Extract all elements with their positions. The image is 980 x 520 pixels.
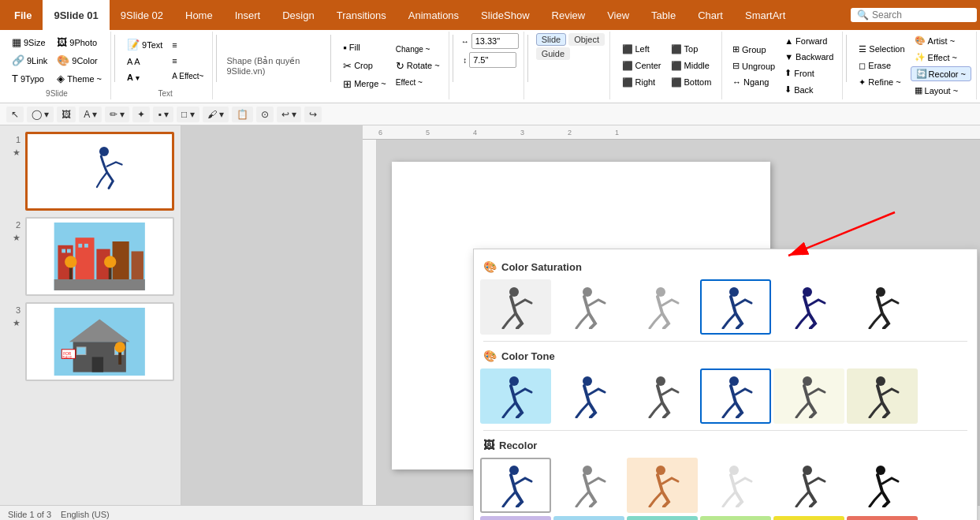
btn-recolor[interactable]: 🔄 Recolor ~ bbox=[911, 66, 971, 81]
btn-forward[interactable]: ▲ Forward bbox=[781, 34, 837, 48]
slide-thumb-1[interactable]: 1 ★ bbox=[6, 132, 174, 211]
tab-view[interactable]: View bbox=[596, 0, 640, 30]
tone-item-0[interactable] bbox=[480, 368, 551, 424]
qt-copy-format[interactable]: 📋 bbox=[232, 107, 253, 122]
recolor-item-11[interactable] bbox=[847, 516, 918, 520]
saturation-item-2[interactable] bbox=[627, 279, 698, 335]
qt-fill-color[interactable]: ▪ ▾ bbox=[153, 107, 173, 122]
qt-outline[interactable]: □ ▾ bbox=[177, 107, 199, 122]
recolor-item-6[interactable] bbox=[480, 516, 551, 520]
recolor-item-1[interactable] bbox=[553, 458, 624, 513]
tab-table[interactable]: Table bbox=[640, 0, 687, 30]
tab-9slide02[interactable]: 9Slide 02 bbox=[110, 0, 174, 30]
qt-select[interactable]: ↖ bbox=[6, 107, 24, 122]
btn-rotate[interactable]: ↻Rotate ~ bbox=[392, 58, 444, 74]
tab-9slide01[interactable]: 9Slide 01 bbox=[43, 0, 109, 30]
btn-text-effect[interactable]: A Effect~ bbox=[168, 69, 207, 83]
btn-center[interactable]: ⬛ Center bbox=[618, 58, 665, 73]
tab-animations[interactable]: Animations bbox=[397, 0, 470, 30]
btn-merge[interactable]: ⊞Merge ~ bbox=[339, 76, 390, 92]
btn-9photo[interactable]: 🖼9Photo bbox=[53, 34, 106, 51]
btn-erase[interactable]: ◻ Erase bbox=[855, 58, 908, 73]
slide-img-2[interactable] bbox=[25, 217, 174, 296]
btn-effect[interactable]: ✨ Effect ~ bbox=[911, 50, 971, 65]
btn-theme[interactable]: ◈Theme ~ bbox=[53, 70, 106, 87]
tab-smartart[interactable]: SmartArt bbox=[734, 0, 796, 30]
btn-9text[interactable]: 📝9Text bbox=[123, 36, 166, 53]
recolor-item-3[interactable] bbox=[700, 458, 771, 513]
slide-img-1[interactable] bbox=[25, 132, 174, 211]
qt-brush[interactable]: 🖌 ▾ bbox=[203, 107, 229, 122]
btn-bold[interactable]: A ▾ bbox=[123, 70, 166, 84]
saturation-item-1[interactable] bbox=[553, 279, 624, 335]
recolor-item-9[interactable] bbox=[700, 516, 771, 520]
search-box[interactable]: 🔍 bbox=[851, 8, 977, 22]
qt-magic[interactable]: ✦ bbox=[132, 107, 150, 122]
recolor-item-8[interactable] bbox=[627, 516, 698, 520]
btn-align1[interactable]: ≡ bbox=[168, 38, 207, 52]
qt-image[interactable]: 🖼 bbox=[57, 107, 76, 122]
btn-change[interactable]: Change ~ bbox=[392, 43, 444, 56]
btn-ngang[interactable]: ↔ Ngang bbox=[728, 75, 779, 89]
btn-9typo[interactable]: T9Typo bbox=[8, 70, 51, 87]
saturation-item-4[interactable] bbox=[773, 279, 844, 335]
btn-slide[interactable]: Slide bbox=[536, 33, 566, 46]
btn-font-size[interactable]: A A bbox=[123, 54, 166, 69]
tone-item-1[interactable] bbox=[553, 368, 624, 424]
btn-effect-ribbon[interactable]: Effect ~ bbox=[392, 76, 444, 89]
recolor-item-7[interactable] bbox=[553, 516, 624, 520]
qt-shapes[interactable]: ◯ ▾ bbox=[27, 107, 54, 122]
tone-item-4[interactable] bbox=[773, 368, 844, 424]
width-input[interactable] bbox=[471, 33, 519, 49]
btn-artist[interactable]: 🎨 Artist ~ bbox=[911, 33, 971, 48]
btn-left[interactable]: ⬛ Left bbox=[618, 42, 665, 57]
tab-file[interactable]: File bbox=[3, 0, 43, 30]
btn-layout[interactable]: ▦ Layout ~ bbox=[911, 83, 971, 98]
recolor-item-2[interactable] bbox=[627, 458, 698, 513]
tone-item-3[interactable] bbox=[700, 368, 771, 424]
height-input[interactable] bbox=[469, 52, 516, 68]
saturation-item-0[interactable] bbox=[480, 279, 551, 335]
btn-fill[interactable]: ▪ Fill bbox=[339, 39, 390, 56]
recolor-item-4[interactable] bbox=[773, 458, 844, 513]
qt-undo[interactable]: ↩ ▾ bbox=[277, 107, 301, 122]
tab-design[interactable]: Design bbox=[271, 0, 325, 30]
btn-top[interactable]: ⬛ Top bbox=[667, 42, 716, 57]
slide-thumb-2[interactable]: 2 ★ bbox=[6, 217, 174, 296]
saturation-item-5[interactable] bbox=[847, 279, 918, 335]
tone-item-5[interactable] bbox=[847, 368, 918, 424]
btn-crop[interactable]: ✂Crop bbox=[339, 58, 390, 74]
btn-9color[interactable]: 🎨9Color bbox=[53, 52, 106, 69]
recolor-item-0[interactable] bbox=[480, 458, 551, 513]
btn-middle[interactable]: ⬛ Middle bbox=[667, 58, 716, 73]
tab-chart[interactable]: Chart bbox=[687, 0, 734, 30]
qt-circle-shape[interactable]: ⊙ bbox=[256, 107, 274, 122]
btn-group[interactable]: ⊞ Group bbox=[728, 42, 779, 57]
saturation-item-3[interactable] bbox=[700, 279, 771, 335]
tab-review[interactable]: Review bbox=[541, 0, 597, 30]
btn-bottom[interactable]: ⬛ Bottom bbox=[667, 75, 716, 90]
tab-home[interactable]: Home bbox=[174, 0, 224, 30]
tab-slideshow[interactable]: SlideShow bbox=[470, 0, 540, 30]
recolor-item-10[interactable] bbox=[773, 516, 844, 520]
btn-right[interactable]: ⬛ Right bbox=[618, 75, 665, 90]
slide-thumb-3[interactable]: 3 ★ bbox=[6, 302, 174, 381]
btn-9size[interactable]: ▦9Size bbox=[8, 34, 51, 51]
qt-text-color[interactable]: A ▾ bbox=[79, 107, 102, 122]
qt-pen[interactable]: ✏ ▾ bbox=[105, 107, 129, 122]
tone-item-2[interactable] bbox=[627, 368, 698, 424]
btn-ungroup[interactable]: ⊟ Ungroup bbox=[728, 58, 779, 73]
qt-redo[interactable]: ↪ bbox=[304, 107, 322, 122]
btn-front[interactable]: ⬆ Front bbox=[781, 65, 837, 80]
btn-align2[interactable]: ≡ bbox=[168, 54, 207, 68]
btn-refine[interactable]: ✦ Refine ~ bbox=[855, 75, 908, 90]
btn-backward[interactable]: ▼ Backward bbox=[781, 50, 837, 64]
btn-object[interactable]: Object bbox=[568, 33, 605, 46]
btn-guide[interactable]: Guide bbox=[536, 47, 570, 60]
btn-selection[interactable]: ☰ Selection bbox=[855, 42, 908, 57]
slide-img-3[interactable]: FOR SALE bbox=[25, 302, 174, 381]
tab-transitions[interactable]: Transitions bbox=[326, 0, 397, 30]
recolor-item-5[interactable] bbox=[847, 458, 918, 513]
tab-insert[interactable]: Insert bbox=[224, 0, 272, 30]
btn-9link[interactable]: 🔗9Link bbox=[8, 52, 51, 69]
